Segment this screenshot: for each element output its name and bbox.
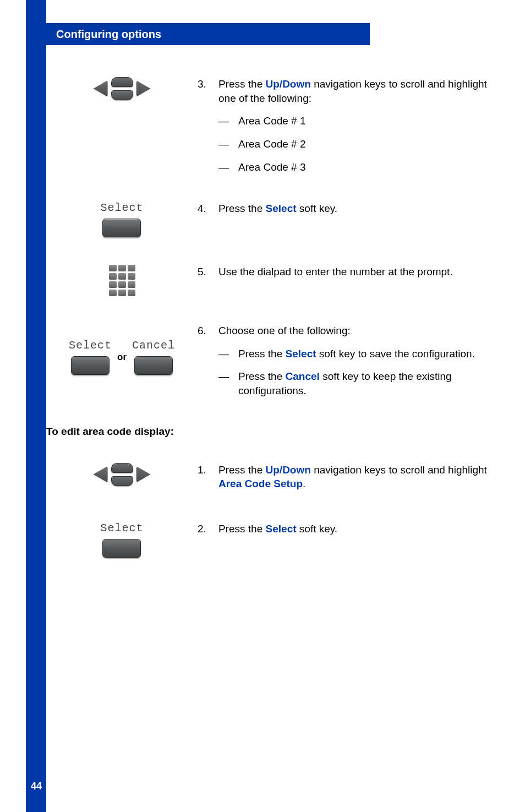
softkey-button-icon xyxy=(71,356,110,375)
step-5-text: 5. Use the dialpad to enter the number a… xyxy=(198,265,503,296)
nav-down-icon xyxy=(111,476,133,486)
step2-1-illustration xyxy=(46,463,198,494)
lcd-select-label: Select xyxy=(100,522,143,535)
dial-key xyxy=(128,265,135,271)
lcd-select-label: Select xyxy=(69,339,112,352)
step-4-illustration: Select xyxy=(46,201,198,237)
nav-left-icon xyxy=(94,466,108,483)
dial-key xyxy=(118,265,126,271)
select-softkey-graphic: Select xyxy=(100,522,143,558)
or-label: or xyxy=(117,352,127,363)
dash: — xyxy=(218,160,238,175)
select-label: Select xyxy=(266,523,297,535)
step2-1-text: 1. Press the Up/Down navigation keys to … xyxy=(198,463,503,494)
step-number: 3. xyxy=(198,77,218,105)
nav-up-icon xyxy=(111,77,133,87)
step-number: 6. xyxy=(198,324,218,338)
dialpad-icon xyxy=(109,265,135,296)
step-3-text: 3. Press the Up/Down navigation keys to … xyxy=(198,77,503,174)
select-label: Select xyxy=(286,348,316,359)
dash: — xyxy=(218,114,238,128)
select-label: Select xyxy=(266,203,297,214)
step-body: Press the Up/Down navigation keys to scr… xyxy=(218,463,503,491)
step-3-illustration xyxy=(46,77,198,174)
step-number: 1. xyxy=(198,463,218,491)
dial-key xyxy=(109,281,117,288)
step-number: 2. xyxy=(198,522,218,536)
step2-2: Select 2. Press the Select soft key. xyxy=(46,522,503,558)
step-5-illustration xyxy=(46,265,198,296)
step-4: Select 4. Press the Select soft key. xyxy=(46,201,503,237)
dial-key xyxy=(118,281,126,288)
updown-label: Up/Down xyxy=(266,464,311,476)
nav-keys-icon xyxy=(92,77,152,100)
step-6-text: 6. Choose one of the following: — Press … xyxy=(198,324,503,398)
step-body: Press the Select soft key. xyxy=(218,522,337,536)
nav-right-icon xyxy=(136,80,151,97)
dial-key xyxy=(128,273,135,280)
dial-key xyxy=(118,290,126,296)
dial-key xyxy=(109,290,117,296)
nav-up-icon xyxy=(111,463,133,473)
lcd-cancel-label: Cancel xyxy=(132,339,175,352)
sub-item: Area Code # 1 xyxy=(238,114,306,128)
select-softkey-graphic: Select xyxy=(100,201,143,237)
step-4-text: 4. Press the Select soft key. xyxy=(198,201,503,237)
section-header: Configuring options xyxy=(26,23,370,45)
step-6: Select or Cancel 6. Choose one of the fo… xyxy=(46,324,503,398)
dial-key xyxy=(109,265,117,271)
step-body: Use the dialpad to enter the number at t… xyxy=(218,265,453,279)
step2-2-illustration: Select xyxy=(46,522,198,558)
section-heading: To edit area code display: xyxy=(46,426,503,438)
softkey-button-icon xyxy=(102,539,141,558)
softkey-button-icon xyxy=(102,219,141,237)
updown-label: Up/Down xyxy=(266,78,311,90)
nav-left-icon xyxy=(94,80,108,97)
sub-item: Press the Select soft key to save the co… xyxy=(238,347,475,361)
step-body: Press the Up/Down navigation keys to scr… xyxy=(218,77,503,105)
dash: — xyxy=(218,347,238,361)
page-number: 44 xyxy=(31,781,42,792)
cancel-softkey-graphic: Cancel xyxy=(132,339,175,375)
area-code-setup-label: Area Code Setup xyxy=(218,478,303,489)
select-softkey-graphic: Select xyxy=(69,339,112,375)
dial-key xyxy=(128,290,135,296)
step2-1: 1. Press the Up/Down navigation keys to … xyxy=(46,463,503,494)
dial-key xyxy=(109,273,117,280)
dial-key xyxy=(118,273,126,280)
sub-item: Area Code # 2 xyxy=(238,137,306,151)
page-sidebar xyxy=(26,0,46,812)
softkey-button-icon xyxy=(134,356,173,375)
lcd-select-label: Select xyxy=(100,201,143,214)
dash: — xyxy=(218,137,238,151)
nav-down-icon xyxy=(111,90,133,100)
select-or-cancel-graphic: Select or Cancel xyxy=(69,339,175,375)
step-body: Choose one of the following: xyxy=(218,324,351,338)
cancel-label: Cancel xyxy=(286,370,320,382)
content-area: 3. Press the Up/Down navigation keys to … xyxy=(46,77,503,585)
step-5: 5. Use the dialpad to enter the number a… xyxy=(46,265,503,296)
step-number: 5. xyxy=(198,265,218,279)
step2-2-text: 2. Press the Select soft key. xyxy=(198,522,503,558)
dash: — xyxy=(218,369,238,397)
step-6-illustration: Select or Cancel xyxy=(46,324,198,398)
step-3: 3. Press the Up/Down navigation keys to … xyxy=(46,77,503,174)
sub-item: Area Code # 3 xyxy=(238,160,306,175)
nav-keys-icon xyxy=(92,463,152,486)
step-number: 4. xyxy=(198,201,218,216)
sub-item: Press the Cancel soft key to keep the ex… xyxy=(238,369,503,397)
section-header-title: Configuring options xyxy=(56,28,161,41)
nav-right-icon xyxy=(136,466,151,483)
dial-key xyxy=(128,281,135,288)
step-body: Press the Select soft key. xyxy=(218,201,337,216)
